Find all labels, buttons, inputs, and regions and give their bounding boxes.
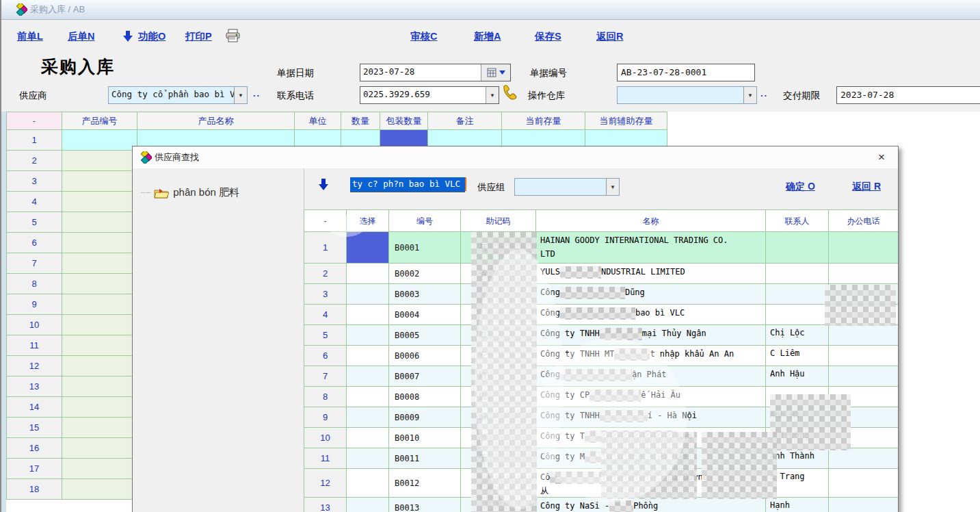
column-header[interactable]: 助记码 (461, 210, 536, 232)
select-cell[interactable] (347, 387, 389, 407)
select-cell[interactable] (347, 264, 389, 284)
warehouse-lookup-dots[interactable]: .. (760, 88, 768, 99)
dialog-titlebar: 供应商查找 × (133, 146, 898, 168)
app-logo-icon (14, 3, 27, 16)
search-input[interactable]: ty c? ph?n bao bì VLC (350, 177, 465, 192)
supplier-group-dropdown-button[interactable]: ▼ (606, 179, 619, 195)
warehouse-combo[interactable]: ▼ (617, 86, 757, 104)
phone-dropdown-button[interactable]: ▼ (486, 87, 499, 103)
return-button[interactable]: 返回 R (852, 181, 881, 193)
supplier-combo[interactable]: Công ty cổ phần bao bì V ▼ (108, 86, 248, 104)
column-header[interactable]: 单位 (295, 112, 341, 130)
smudge-overlay (328, 215, 365, 237)
phone-combo[interactable]: 0225.3929.659 ▼ (360, 86, 499, 104)
supplier-group-combo[interactable]: ▼ (514, 178, 620, 196)
table-row[interactable]: 3B0003CôngDũng (304, 284, 899, 305)
select-cell[interactable] (347, 498, 389, 512)
select-cell[interactable] (347, 428, 389, 448)
select-cell[interactable] (347, 469, 389, 498)
product-grid-header: -产品编号产品名称单位数量包装数量备注当前存量当前辅助存量 (7, 112, 667, 130)
phone-label: 联系电话 (277, 90, 314, 102)
column-header[interactable]: - (7, 112, 62, 130)
supplier-lookup-dots[interactable]: .. (253, 88, 261, 99)
select-cell[interactable] (347, 366, 389, 387)
supplier-table-header: -选择编号助记码名称联系人办公电话 (304, 210, 899, 232)
supplier-search-dialog: 供应商查找 × ┄┄ phân bón 肥料 ty c? ph?n bao bì… (132, 146, 899, 512)
doc-date-label: 单据日期 (277, 67, 314, 79)
select-cell[interactable] (347, 305, 389, 325)
column-header[interactable]: 数量 (341, 112, 380, 130)
tree-item-label: phân bón 肥料 (173, 186, 239, 199)
tree-item-supplier-group[interactable]: ┄┄ phân bón 肥料 (141, 186, 239, 199)
select-cell[interactable] (347, 346, 389, 366)
column-header[interactable]: 包装数量 (380, 112, 428, 130)
printer-icon[interactable] (226, 29, 241, 42)
column-header[interactable]: 产品编号 (62, 112, 137, 130)
phone-icon[interactable] (501, 84, 518, 101)
supplier-label: 供应商 (19, 90, 47, 102)
column-header[interactable]: 当前存量 (502, 112, 585, 130)
doc-no-label: 单据编号 (530, 67, 567, 79)
doc-date-value: 2023-07-28 (360, 64, 481, 81)
select-cell[interactable] (347, 448, 389, 469)
window-title: 采购入库 / AB (30, 0, 85, 19)
function-menu-button[interactable]: 功能O (138, 30, 165, 43)
redaction-mosaic (702, 432, 777, 499)
doc-date-field[interactable]: 2023-07-28 (360, 64, 511, 81)
supplier-group-label: 供应组 (477, 181, 505, 194)
column-header[interactable]: 编号 (389, 210, 461, 232)
search-selected-text: ty c? ph?n bao bì VLC (350, 177, 465, 191)
tree-branch-dots: ┄┄ (141, 188, 151, 197)
audit-button[interactable]: 审核C (410, 30, 437, 43)
dialog-title: 供应商查找 (155, 146, 199, 168)
next-doc-button[interactable]: 后单N (68, 30, 94, 43)
table-row[interactable]: 2B0002省YULSNDUSTRIAL LIMITED (304, 264, 899, 284)
save-button[interactable]: 保存S (535, 30, 561, 43)
main-toolbar: 前单L 后单N 功能O 打印P 审核C 新增A 保存S 返回R (0, 20, 980, 53)
deadline-input[interactable]: 2023-07-28 (836, 86, 980, 104)
supplier-value: Công ty cổ phần bao bì V (109, 87, 234, 103)
calendar-dropdown-button[interactable] (481, 64, 510, 81)
ok-button[interactable]: 确定 O (786, 181, 815, 193)
add-button[interactable]: 新增A (474, 30, 501, 43)
column-header[interactable]: 联系人 (766, 210, 829, 232)
redaction-mosaic (825, 285, 896, 326)
page-title: 采购入库 (41, 55, 115, 78)
window-titlebar: 采购入库 / AB (0, 0, 980, 20)
column-header[interactable]: 当前辅助存量 (585, 112, 667, 130)
warehouse-dropdown-button[interactable]: ▼ (743, 87, 756, 103)
column-header[interactable]: 产品名称 (137, 112, 295, 130)
doc-form: 采购入库 单据日期 2023-07-28 单据编号 AB-23-07-28-00… (0, 53, 980, 112)
smudge-overlay (536, 338, 687, 502)
open-folder-icon (154, 188, 169, 199)
dialog-logo-icon (138, 151, 152, 164)
column-header[interactable]: 办公电话 (829, 210, 899, 232)
table-row[interactable]: 4B0004Côngbao bì VLC (304, 305, 899, 325)
grid-left-strip (1, 112, 6, 512)
search-down-arrow-icon (319, 179, 328, 190)
warehouse-value (618, 87, 743, 103)
warehouse-label: 操作仓库 (528, 90, 565, 102)
prev-doc-button[interactable]: 前单L (17, 30, 43, 43)
deadline-label: 交付期限 (783, 90, 820, 102)
column-header[interactable]: 备注 (428, 112, 502, 130)
supplier-group-value (515, 179, 606, 195)
redaction-mosaic (770, 394, 851, 450)
close-icon[interactable]: × (875, 151, 888, 164)
text-cursor (465, 177, 466, 191)
select-cell[interactable] (347, 284, 389, 305)
app-window: 采购入库 / AB 前单L 后单N 功能O 打印P 审核C 新增A 保存S 返回… (0, 0, 980, 512)
back-button[interactable]: 返回R (596, 30, 623, 43)
print-button[interactable]: 打印P (185, 30, 212, 43)
table-row[interactable]: 1B0001与HAINAN GOODY INTERNATIONAL TRADIN… (304, 232, 899, 264)
select-cell[interactable] (347, 325, 389, 346)
column-header[interactable]: 名称 (536, 210, 766, 232)
phone-value: 0225.3929.659 (360, 87, 486, 103)
select-cell[interactable] (347, 407, 389, 428)
supplier-dropdown-button[interactable]: ▼ (234, 87, 247, 103)
select-cell[interactable] (347, 232, 389, 264)
doc-no-input[interactable]: AB-23-07-28-0001 (617, 64, 755, 81)
down-arrow-icon (123, 31, 133, 42)
